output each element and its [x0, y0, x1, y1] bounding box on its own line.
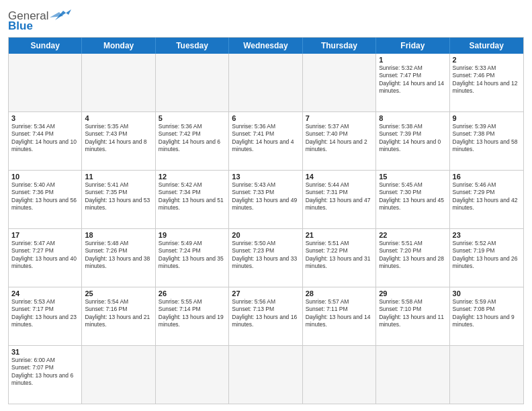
- day-info: Sunrise: 5:36 AM Sunset: 7:41 PM Dayligh…: [232, 123, 299, 154]
- day-number: 23: [453, 231, 521, 239]
- day-number: 9: [453, 114, 521, 122]
- day-info: Sunrise: 5:51 AM Sunset: 7:20 PM Dayligh…: [379, 240, 446, 271]
- empty-cell: [229, 346, 302, 404]
- day-info: Sunrise: 5:35 AM Sunset: 7:43 PM Dayligh…: [85, 123, 152, 154]
- day-number: 13: [232, 173, 299, 181]
- day-cell-7: 7Sunrise: 5:37 AM Sunset: 7:40 PM Daylig…: [303, 112, 376, 170]
- day-info: Sunrise: 5:58 AM Sunset: 7:10 PM Dayligh…: [379, 298, 446, 329]
- calendar-body: 1Sunrise: 5:32 AM Sunset: 7:47 PM Daylig…: [9, 54, 523, 404]
- day-number: 3: [11, 114, 79, 122]
- day-info: Sunrise: 5:48 AM Sunset: 7:26 PM Dayligh…: [85, 240, 152, 271]
- day-number: 24: [11, 289, 79, 298]
- day-cell-8: 8Sunrise: 5:38 AM Sunset: 7:39 PM Daylig…: [376, 112, 449, 170]
- day-number: 22: [379, 231, 446, 239]
- day-info: Sunrise: 5:42 AM Sunset: 7:34 PM Dayligh…: [159, 181, 226, 212]
- day-cell-9: 9Sunrise: 5:39 AM Sunset: 7:38 PM Daylig…: [450, 112, 523, 170]
- day-number: 30: [453, 289, 521, 298]
- day-cell-31: 31Sunrise: 6:00 AM Sunset: 7:07 PM Dayli…: [9, 346, 82, 404]
- weekday-header-tuesday: Tuesday: [156, 38, 229, 54]
- day-cell-20: 20Sunrise: 5:50 AM Sunset: 7:23 PM Dayli…: [229, 229, 302, 287]
- empty-cell: [82, 346, 155, 404]
- day-cell-6: 6Sunrise: 5:36 AM Sunset: 7:41 PM Daylig…: [229, 112, 302, 170]
- empty-cell: [9, 54, 82, 111]
- empty-cell: [156, 346, 229, 404]
- weekday-header-saturday: Saturday: [450, 38, 523, 54]
- day-cell-17: 17Sunrise: 5:47 AM Sunset: 7:27 PM Dayli…: [9, 229, 82, 287]
- day-info: Sunrise: 5:33 AM Sunset: 7:46 PM Dayligh…: [453, 64, 521, 95]
- day-cell-21: 21Sunrise: 5:51 AM Sunset: 7:22 PM Dayli…: [303, 229, 376, 287]
- day-number: 27: [232, 289, 299, 298]
- day-cell-2: 2Sunrise: 5:33 AM Sunset: 7:46 PM Daylig…: [450, 54, 523, 111]
- day-cell-27: 27Sunrise: 5:56 AM Sunset: 7:13 PM Dayli…: [229, 287, 302, 345]
- calendar-row-1: 1Sunrise: 5:32 AM Sunset: 7:47 PM Daylig…: [9, 54, 523, 111]
- day-number: 21: [306, 231, 373, 239]
- calendar-row-6: 31Sunrise: 6:00 AM Sunset: 7:07 PM Dayli…: [9, 345, 523, 404]
- day-number: 6: [232, 114, 299, 122]
- calendar-row-5: 24Sunrise: 5:53 AM Sunset: 7:17 PM Dayli…: [9, 287, 523, 345]
- weekday-header-wednesday: Wednesday: [229, 38, 302, 54]
- day-info: Sunrise: 5:40 AM Sunset: 7:36 PM Dayligh…: [11, 181, 79, 212]
- day-cell-22: 22Sunrise: 5:51 AM Sunset: 7:20 PM Dayli…: [376, 229, 449, 287]
- day-number: 10: [11, 173, 79, 181]
- day-number: 16: [453, 173, 521, 181]
- day-info: Sunrise: 5:43 AM Sunset: 7:33 PM Dayligh…: [232, 181, 299, 212]
- day-number: 25: [85, 289, 152, 298]
- calendar-row-2: 3Sunrise: 5:34 AM Sunset: 7:44 PM Daylig…: [9, 111, 523, 170]
- day-number: 7: [306, 114, 373, 122]
- day-info: Sunrise: 5:37 AM Sunset: 7:40 PM Dayligh…: [306, 123, 373, 154]
- day-cell-24: 24Sunrise: 5:53 AM Sunset: 7:17 PM Dayli…: [9, 287, 82, 345]
- day-cell-15: 15Sunrise: 5:45 AM Sunset: 7:30 PM Dayli…: [376, 171, 449, 228]
- day-info: Sunrise: 5:32 AM Sunset: 7:47 PM Dayligh…: [379, 64, 446, 95]
- weekday-header-sunday: Sunday: [9, 38, 82, 54]
- empty-cell: [450, 346, 523, 404]
- logo-bird-icon: [50, 8, 71, 21]
- day-info: Sunrise: 5:47 AM Sunset: 7:27 PM Dayligh…: [11, 240, 79, 271]
- day-info: Sunrise: 5:38 AM Sunset: 7:39 PM Dayligh…: [379, 123, 446, 154]
- day-cell-18: 18Sunrise: 5:48 AM Sunset: 7:26 PM Dayli…: [82, 229, 155, 287]
- day-number: 19: [159, 231, 226, 239]
- empty-cell: [376, 346, 449, 404]
- day-number: 4: [85, 114, 152, 122]
- day-info: Sunrise: 6:00 AM Sunset: 7:07 PM Dayligh…: [11, 357, 79, 387]
- day-number: 1: [379, 56, 446, 64]
- day-cell-10: 10Sunrise: 5:40 AM Sunset: 7:36 PM Dayli…: [9, 171, 82, 228]
- logo: General Blue: [8, 9, 71, 33]
- day-info: Sunrise: 5:54 AM Sunset: 7:16 PM Dayligh…: [85, 298, 152, 329]
- weekday-header-monday: Monday: [82, 38, 155, 54]
- empty-cell: [303, 346, 376, 404]
- day-info: Sunrise: 5:50 AM Sunset: 7:23 PM Dayligh…: [232, 240, 299, 271]
- day-cell-23: 23Sunrise: 5:52 AM Sunset: 7:19 PM Dayli…: [450, 229, 523, 287]
- day-cell-30: 30Sunrise: 5:59 AM Sunset: 7:08 PM Dayli…: [450, 287, 523, 345]
- day-number: 28: [306, 289, 373, 298]
- day-number: 11: [85, 173, 152, 181]
- day-number: 26: [159, 289, 226, 298]
- calendar: SundayMondayTuesdayWednesdayThursdayFrid…: [8, 37, 524, 404]
- logo-blue-text: Blue: [8, 19, 33, 33]
- day-cell-5: 5Sunrise: 5:36 AM Sunset: 7:42 PM Daylig…: [156, 112, 229, 170]
- day-cell-12: 12Sunrise: 5:42 AM Sunset: 7:34 PM Dayli…: [156, 171, 229, 228]
- day-number: 2: [453, 56, 521, 64]
- page: General Blue SundayMondayTuesdayWednesda…: [0, 0, 532, 411]
- svg-marker-1: [50, 12, 63, 17]
- day-number: 8: [379, 114, 446, 122]
- day-info: Sunrise: 5:36 AM Sunset: 7:42 PM Dayligh…: [159, 123, 226, 154]
- day-number: 14: [306, 173, 373, 181]
- day-info: Sunrise: 5:52 AM Sunset: 7:19 PM Dayligh…: [453, 240, 521, 271]
- day-info: Sunrise: 5:39 AM Sunset: 7:38 PM Dayligh…: [453, 123, 521, 154]
- day-cell-28: 28Sunrise: 5:57 AM Sunset: 7:11 PM Dayli…: [303, 287, 376, 345]
- day-number: 17: [11, 231, 79, 239]
- day-info: Sunrise: 5:55 AM Sunset: 7:14 PM Dayligh…: [159, 298, 226, 329]
- day-info: Sunrise: 5:57 AM Sunset: 7:11 PM Dayligh…: [306, 298, 373, 329]
- weekday-header-friday: Friday: [376, 38, 449, 54]
- empty-cell: [82, 54, 155, 111]
- day-info: Sunrise: 5:46 AM Sunset: 7:29 PM Dayligh…: [453, 181, 521, 212]
- day-number: 20: [232, 231, 299, 239]
- header: General Blue: [8, 7, 524, 33]
- day-info: Sunrise: 5:53 AM Sunset: 7:17 PM Dayligh…: [11, 298, 79, 329]
- day-number: 18: [85, 231, 152, 239]
- day-cell-25: 25Sunrise: 5:54 AM Sunset: 7:16 PM Dayli…: [82, 287, 155, 345]
- day-info: Sunrise: 5:44 AM Sunset: 7:31 PM Dayligh…: [306, 181, 373, 212]
- calendar-header: SundayMondayTuesdayWednesdayThursdayFrid…: [9, 38, 523, 54]
- empty-cell: [303, 54, 376, 111]
- day-number: 31: [11, 348, 79, 356]
